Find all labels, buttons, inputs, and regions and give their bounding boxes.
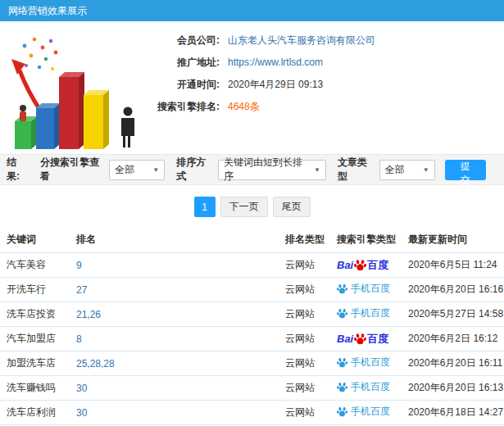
info-row-rank-count: 搜索引擎排名: 4648条 [144, 101, 504, 112]
filter-group: 分搜索引擎查看 全部 ▼ 排序方式 关键词由短到长排序 ▼ 文章类型 全部 ▼ … [29, 156, 486, 184]
rank-type-cell: 云网站 [279, 351, 330, 376]
baidu-paw-icon [354, 333, 366, 345]
member-info: 会员公司: 山东老人头汽车服务咨询有限公司 推广地址: https://www.… [144, 26, 504, 154]
baidu-paw-icon [337, 382, 347, 392]
sort-filter-select[interactable]: 关键词由短到长排序 ▼ [218, 160, 326, 180]
engine-filter-label: 分搜索引擎查看 [40, 156, 104, 184]
rank-link[interactable]: 30 [76, 407, 87, 419]
baidu-paw-icon [354, 259, 366, 271]
info-row-url: 推广地址: https://www.lrtlsd.com [144, 57, 504, 68]
sort-filter-label: 排序方式 [176, 156, 213, 184]
pagination-last-button[interactable]: 尾页 [273, 197, 311, 217]
baidu-paw-icon [337, 357, 347, 368]
baidu-paw-icon [337, 283, 347, 294]
engine-cell: 手机百度 [330, 278, 402, 302]
engine-cell: 手机百度 [330, 302, 402, 327]
engine-cell: 手机百度 [330, 351, 402, 376]
info-row-company: 会员公司: 山东老人头汽车服务咨询有限公司 [144, 34, 504, 46]
engine-cell: Bai 百度 [330, 327, 402, 351]
submit-button[interactable]: 提交 [445, 160, 486, 180]
titlebar: 网络营销效果展示 [0, 0, 504, 21]
baidu-paw-icon [337, 308, 347, 319]
update-time-cell: 2020年5月27日 14:58 [402, 302, 504, 327]
engine-filter-value: 全部 [115, 163, 134, 177]
mobile-baidu-logo: 手机百度 [337, 283, 390, 294]
rank-count-value: 4648条 [228, 101, 260, 112]
chevron-down-icon: ▼ [314, 166, 320, 174]
engine-cell: 手机百度 [330, 401, 402, 425]
chevron-down-icon: ▼ [152, 166, 159, 174]
rank-link[interactable]: 21,26 [76, 309, 101, 320]
pagination-current-page[interactable]: 1 [194, 197, 216, 217]
table-row: 汽车美容 9 云网站 Bai 百度 2020年6月5日 11:24 [0, 253, 504, 278]
pagination-next-button[interactable]: 下一页 [220, 197, 268, 217]
update-time-cell: 2020年6月5日 11:24 [402, 253, 504, 278]
bar-chart-illustration [3, 26, 144, 149]
update-time-cell: 2020年6月20日 16:13 [402, 376, 504, 401]
keyword-cell: 汽车美容 [0, 253, 70, 278]
open-time-value: 2020年4月29日 09:13 [228, 79, 323, 90]
company-link[interactable]: 山东老人头汽车服务咨询有限公司 [228, 34, 375, 46]
header-keyword: 关键词 [0, 227, 70, 253]
page-title: 网络营销效果展示 [8, 4, 87, 18]
keyword-cell: 洗车店利润 [0, 401, 70, 425]
engine-filter-select[interactable]: 全部 ▼ [109, 160, 165, 180]
update-time-cell: 2020年6月20日 16:11 [402, 351, 504, 376]
table-header-row: 关键词 排名 排名类型 搜索引擎类型 最新更新时间 [0, 227, 504, 253]
rank-count-label: 搜索引擎排名: [144, 101, 220, 112]
rank-type-cell: 云网站 [279, 401, 330, 425]
sort-filter-value: 关键词由短到长排序 [224, 156, 307, 184]
keyword-cell: 洗车店投资 [0, 302, 70, 327]
filter-bar: 结果: 分搜索引擎查看 全部 ▼ 排序方式 关键词由短到长排序 ▼ 文章类型 全… [0, 154, 504, 185]
keyword-cell: 汽车加盟店 [0, 327, 70, 351]
rank-link[interactable]: 9 [76, 260, 82, 271]
result-section-label: 结果: [7, 156, 29, 184]
article-type-filter-value: 全部 [385, 163, 405, 177]
engine-cell: 手机百度 [330, 376, 402, 401]
table-row: 加盟洗车店 25,28,28 云网站 手机百度 2020年6月20日 16:11 [0, 351, 504, 376]
keyword-cell: 加盟洗车店 [0, 351, 70, 376]
rank-link[interactable]: 25,28,28 [76, 358, 115, 369]
baidu-logo: Bai 百度 [337, 259, 388, 271]
header-rank-type: 排名类型 [279, 227, 330, 253]
update-time-cell: 2020年6月2日 16:12 [402, 327, 504, 351]
baidu-paw-icon [337, 406, 347, 417]
rank-type-cell: 云网站 [279, 327, 330, 351]
info-panel: 会员公司: 山东老人头汽车服务咨询有限公司 推广地址: https://www.… [0, 21, 504, 154]
keyword-cell: 洗车赚钱吗 [0, 376, 70, 401]
table-row: 洗车店投资 21,26 云网站 手机百度 2020年5月27日 14:58 [0, 302, 504, 327]
rank-link[interactable]: 8 [76, 333, 82, 345]
pagination: 1 下一页 尾页 [0, 185, 504, 227]
update-time-cell: 2020年6月18日 14:27 [402, 401, 504, 425]
table-row: 洗车赚钱吗 30 云网站 手机百度 2020年6月20日 16:13 [0, 376, 504, 401]
table-row: 汽车加盟店 8 云网站 Bai 百度 2020年6月2日 16:12 [0, 327, 504, 351]
rank-type-cell: 云网站 [279, 376, 330, 401]
engine-cell: Bai 百度 [330, 253, 402, 278]
header-update-time: 最新更新时间 [402, 227, 504, 253]
mobile-baidu-logo: 手机百度 [337, 406, 390, 417]
baidu-logo: Bai 百度 [337, 333, 388, 345]
keyword-ranking-table: 关键词 排名 排名类型 搜索引擎类型 最新更新时间 汽车美容 9 云网站 Bai… [0, 227, 504, 426]
header-rank: 排名 [70, 227, 279, 253]
rank-type-cell: 云网站 [279, 253, 330, 278]
open-time-label: 开通时间: [144, 79, 220, 90]
mobile-baidu-logo: 手机百度 [337, 307, 390, 319]
rank-type-cell: 云网站 [279, 302, 330, 327]
mobile-baidu-logo: 手机百度 [337, 356, 390, 368]
mobile-baidu-logo: 手机百度 [337, 381, 390, 392]
article-type-filter-label: 文章类型 [338, 156, 375, 184]
rank-link[interactable]: 30 [76, 383, 87, 394]
article-type-filter-select[interactable]: 全部 ▼ [379, 160, 435, 180]
promo-url-link[interactable]: https://www.lrtlsd.com [228, 57, 323, 68]
table-row: 洗车店利润 30 云网站 手机百度 2020年6月18日 14:27 [0, 401, 504, 425]
update-time-cell: 2020年6月20日 16:16 [402, 278, 504, 302]
rank-type-cell: 云网站 [279, 278, 330, 302]
chevron-down-icon: ▼ [423, 166, 429, 174]
header-engine-type: 搜索引擎类型 [330, 227, 402, 253]
info-row-open-time: 开通时间: 2020年4月29日 09:13 [144, 79, 504, 90]
table-row: 开洗车行 27 云网站 手机百度 2020年6月20日 16:16 [0, 278, 504, 302]
company-label: 会员公司: [144, 34, 220, 46]
rank-link[interactable]: 27 [76, 284, 87, 296]
keyword-cell: 开洗车行 [0, 278, 70, 302]
promo-url-label: 推广地址: [144, 57, 220, 68]
